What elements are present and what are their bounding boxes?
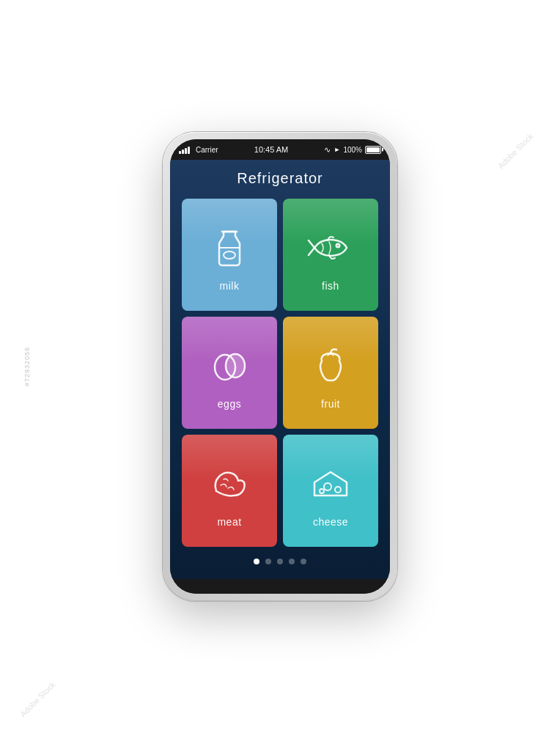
fish-icon	[304, 221, 357, 274]
fruit-label: fruit	[321, 398, 340, 410]
status-right: ∿ ► 100%	[324, 145, 381, 155]
signal-bar-4	[188, 147, 190, 154]
signal-bar-3	[185, 148, 187, 154]
eggs-icon	[203, 339, 256, 392]
meat-label: meat	[217, 516, 241, 528]
battery-fill	[366, 147, 380, 152]
svg-point-6	[335, 487, 341, 493]
milk-tile[interactable]: milk	[182, 199, 277, 311]
dot-5[interactable]	[301, 559, 306, 564]
phone-device: Carrier 10:45 AM ∿ ► 100% Refrigerator	[163, 132, 397, 601]
page-dots	[170, 547, 390, 579]
svg-point-0	[224, 251, 235, 259]
stock-number: #72932056	[23, 347, 31, 386]
svg-point-7	[320, 489, 324, 493]
signal-bars-icon	[179, 145, 190, 154]
carrier-label: Carrier	[196, 146, 218, 154]
cheese-icon	[304, 457, 357, 510]
fish-tile[interactable]: fish	[283, 199, 378, 311]
app-screen: Refrigerator milk	[170, 160, 390, 579]
time-display: 10:45 AM	[254, 145, 288, 154]
svg-point-3	[226, 354, 245, 377]
eggs-tile[interactable]: eggs	[182, 317, 277, 429]
svg-point-1	[336, 243, 340, 247]
wifi-icon: ∿	[324, 145, 331, 155]
dot-4[interactable]	[289, 559, 295, 564]
signal-bar-1	[179, 151, 181, 154]
dot-3[interactable]	[277, 559, 283, 564]
cheese-tile[interactable]: cheese	[283, 435, 378, 547]
signal-bar-2	[182, 150, 184, 154]
milk-icon	[203, 221, 256, 274]
dot-1[interactable]	[254, 559, 259, 564]
fruit-icon	[304, 339, 357, 392]
meat-icon	[203, 457, 256, 510]
fish-label: fish	[322, 280, 339, 292]
battery-icon	[365, 146, 381, 154]
location-icon: ►	[334, 146, 340, 153]
svg-point-5	[324, 483, 331, 490]
food-grid: milk	[170, 199, 390, 547]
eggs-label: eggs	[218, 398, 241, 410]
phone-screen: Carrier 10:45 AM ∿ ► 100% Refrigerator	[170, 139, 390, 594]
dot-2[interactable]	[265, 559, 271, 564]
status-bar: Carrier 10:45 AM ∿ ► 100%	[170, 139, 390, 160]
status-left: Carrier	[179, 145, 218, 154]
watermark-2: Adobe Stock	[496, 132, 535, 171]
meat-tile[interactable]: meat	[182, 435, 277, 547]
home-button-area	[170, 579, 390, 594]
battery-percent: 100%	[343, 146, 362, 154]
milk-label: milk	[220, 280, 240, 292]
fruit-tile[interactable]: fruit	[283, 317, 378, 429]
watermark-1: Adobe Stock	[18, 680, 57, 719]
cheese-label: cheese	[313, 516, 348, 528]
app-title: Refrigerator	[170, 160, 390, 199]
